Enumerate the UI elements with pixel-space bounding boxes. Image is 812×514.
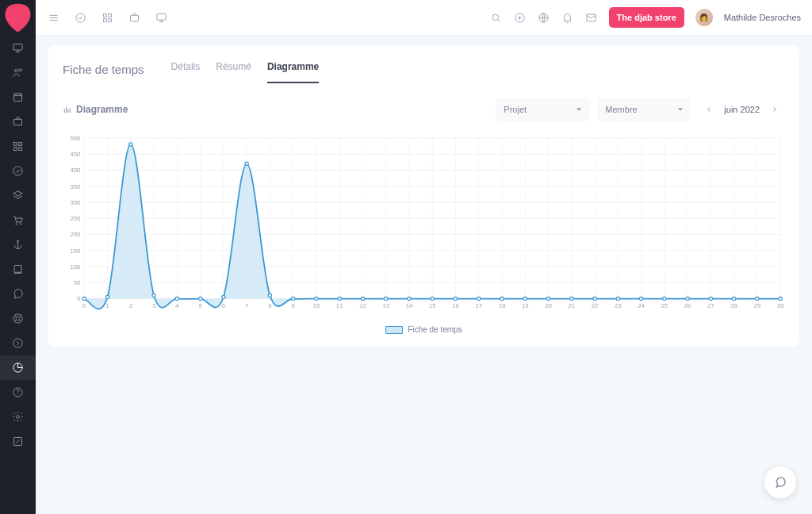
svg-text:450: 450 (70, 151, 81, 158)
sidebar-item-chat[interactable] (0, 282, 36, 306)
edit-icon (12, 435, 24, 447)
period-next[interactable] (764, 98, 785, 121)
check-circle-icon (12, 165, 24, 177)
svg-point-121 (198, 297, 201, 300)
svg-text:1: 1 (105, 302, 109, 309)
filter-projet[interactable]: Projet (496, 98, 589, 121)
legend-item: Fiche de temps (385, 325, 462, 334)
sidebar-item-calendar[interactable] (0, 85, 36, 109)
sidebar-item-settings[interactable] (0, 405, 36, 429)
svg-point-135 (523, 297, 527, 300)
timesheet-chart: 0501001502002503003504004505000123456789… (63, 131, 785, 316)
filters: Projet Membre juin 2022 (496, 98, 785, 121)
svg-text:6: 6 (222, 302, 225, 309)
svg-point-124 (268, 293, 271, 297)
svg-point-116 (82, 297, 86, 300)
sidebar-item-book[interactable] (0, 257, 36, 282)
sidebar-item-apps[interactable] (0, 134, 36, 159)
svg-point-128 (361, 297, 364, 300)
bell-icon (561, 12, 573, 24)
user-name: Mathilde Desroches (724, 13, 801, 22)
card-header: Fiche de temps Détails Résumé Diagramme (48, 45, 799, 83)
topbar-brief[interactable] (128, 11, 140, 24)
sidebar-item-people[interactable] (0, 60, 36, 85)
tab-diagramme[interactable]: Diagramme (267, 55, 319, 83)
add-button[interactable] (514, 11, 527, 24)
sidebar-item-timesheet[interactable] (0, 355, 36, 380)
sidebar-item-check[interactable] (0, 159, 36, 183)
period-prev[interactable] (699, 98, 719, 121)
svg-text:3: 3 (152, 302, 155, 309)
svg-text:24: 24 (638, 302, 645, 309)
svg-point-141 (663, 297, 666, 300)
svg-rect-4 (14, 119, 22, 125)
svg-text:7: 7 (245, 302, 248, 309)
store-button[interactable]: The djab store (609, 7, 684, 28)
svg-point-144 (732, 297, 735, 300)
svg-text:5: 5 (198, 302, 201, 309)
filter-membre[interactable]: Membre (597, 98, 691, 121)
svg-point-137 (570, 297, 573, 300)
svg-text:19: 19 (522, 302, 529, 309)
svg-point-15 (16, 316, 20, 320)
sidebar-item-briefcase[interactable] (0, 109, 36, 134)
svg-text:23: 23 (615, 302, 622, 309)
bar-chart-icon (63, 105, 71, 114)
svg-point-146 (779, 297, 782, 300)
sidebar-item-anchor[interactable] (0, 232, 36, 257)
chat-fab[interactable] (764, 466, 796, 498)
chat-icon (774, 476, 787, 489)
svg-text:500: 500 (70, 135, 81, 142)
tab-resume[interactable]: Résumé (216, 55, 251, 83)
svg-point-2 (19, 69, 21, 71)
search-button[interactable] (490, 11, 503, 24)
svg-point-130 (408, 297, 411, 300)
svg-text:25: 25 (661, 302, 668, 309)
sidebar-item-edit[interactable] (0, 429, 36, 454)
sidebar-item-lifebuoy[interactable] (0, 306, 36, 331)
svg-text:17: 17 (475, 302, 482, 309)
sidebar (0, 0, 36, 514)
avatar[interactable]: 👩 (695, 9, 713, 26)
inbox-button[interactable] (585, 11, 598, 24)
svg-text:12: 12 (359, 302, 366, 309)
svg-rect-26 (130, 15, 138, 21)
arrow-right-circle-icon (12, 337, 24, 349)
topbar-check[interactable] (74, 11, 86, 24)
svg-point-12 (17, 240, 19, 243)
svg-point-123 (245, 162, 248, 165)
calendar-icon (12, 91, 24, 103)
chevron-left-icon (705, 105, 713, 113)
chat-icon (12, 288, 24, 300)
globe-button[interactable] (538, 11, 550, 24)
monitor-icon (155, 12, 167, 24)
sidebar-item-layers[interactable] (0, 183, 36, 208)
check-circle-icon (75, 12, 86, 24)
svg-text:28: 28 (730, 302, 737, 309)
grid-icon (12, 140, 24, 152)
svg-text:16: 16 (452, 302, 459, 309)
menu-toggle[interactable] (47, 11, 59, 24)
sidebar-item-cart[interactable] (0, 208, 36, 232)
svg-text:2: 2 (129, 302, 132, 309)
svg-point-125 (291, 297, 294, 300)
topbar-apps[interactable] (101, 11, 113, 24)
grid-icon (102, 12, 113, 24)
notifications-button[interactable] (561, 11, 574, 24)
sidebar-item-dashboard[interactable] (0, 36, 36, 60)
app-logo[interactable] (0, 0, 36, 36)
page-title: Fiche de temps (63, 63, 144, 76)
svg-point-129 (385, 297, 388, 300)
sidebar-item-help[interactable] (0, 380, 36, 405)
menu-icon (48, 12, 59, 24)
svg-point-18 (17, 394, 18, 395)
cart-icon (12, 214, 24, 226)
topbar-display[interactable] (155, 11, 167, 24)
svg-text:50: 50 (74, 279, 81, 286)
tab-details[interactable]: Détails (171, 55, 201, 83)
svg-text:13: 13 (382, 302, 389, 309)
legend-label: Fiche de temps (408, 325, 462, 334)
svg-point-143 (709, 297, 712, 300)
sidebar-item-arrow[interactable] (0, 331, 36, 355)
anchor-icon (12, 239, 24, 251)
